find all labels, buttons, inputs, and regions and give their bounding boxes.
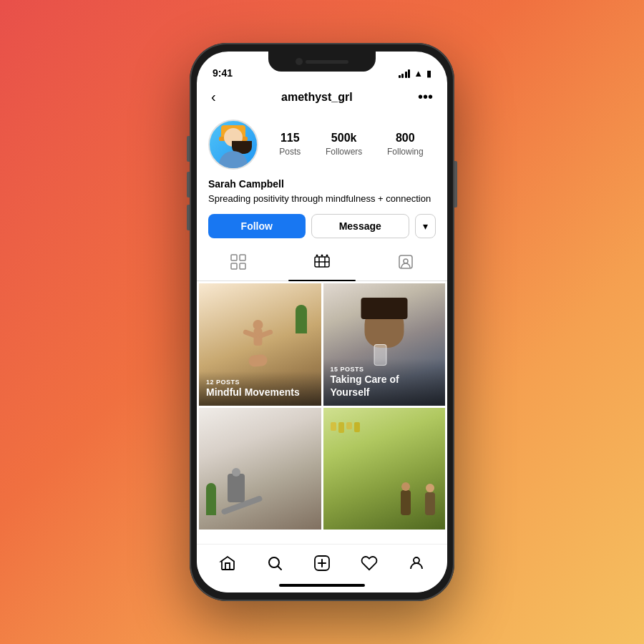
message-button[interactable]: Message: [311, 214, 410, 238]
svg-line-14: [278, 566, 282, 570]
woman-face: [361, 298, 407, 351]
likes-nav-icon[interactable]: [356, 550, 382, 580]
stat-followers-label: Followers: [326, 147, 362, 157]
profile-bio: Spreading positivity through mindfulness…: [208, 192, 436, 205]
stat-followers[interactable]: 500k Followers: [326, 132, 362, 157]
phone-shell: 9:41 ▲ ▮ ‹ amethyst_grl •••: [190, 43, 454, 601]
people-figure: [395, 469, 438, 515]
follow-button[interactable]: Follow: [208, 214, 306, 238]
username-title: amethyst_grl: [219, 91, 415, 104]
svg-rect-2: [231, 263, 237, 269]
tab-reels[interactable]: [280, 247, 364, 280]
svg-rect-3: [240, 263, 245, 269]
status-time: 9:41: [213, 67, 233, 79]
grid-item-mindful-movements[interactable]: 12 POSTS Mindful Movements: [199, 283, 321, 406]
home-indicator: [279, 584, 365, 587]
room-figure: [213, 472, 299, 508]
profile-stats: 115 Posts 500k Followers 800 Following: [267, 132, 436, 157]
svg-point-10: [326, 255, 328, 257]
mindful-count: 12 POSTS: [206, 379, 314, 386]
svg-point-9: [321, 255, 323, 257]
profile-nav-icon[interactable]: [404, 550, 429, 580]
battery-icon: ▮: [426, 69, 431, 79]
more-button[interactable]: •••: [415, 86, 436, 108]
top-nav: ‹ amethyst_grl •••: [197, 83, 447, 114]
reels-tab-icon: [314, 254, 330, 273]
stat-posts-label: Posts: [279, 147, 301, 157]
svg-point-8: [316, 255, 318, 257]
stat-followers-number: 500k: [326, 132, 362, 145]
profile-tabs: [197, 247, 447, 281]
avatar-image: [215, 125, 251, 168]
content-grid: 12 POSTS Mindful Movements 15: [197, 281, 447, 532]
taking-care-title: Taking Care of Yourself: [331, 374, 399, 398]
yoga-figure: [240, 320, 276, 366]
mindful-title: Mindful Movements: [206, 386, 300, 398]
stat-posts[interactable]: 115 Posts: [279, 132, 301, 157]
wifi-icon: ▲: [414, 68, 423, 79]
taking-care-count: 15 POSTS: [331, 366, 439, 373]
stat-following-number: 800: [387, 132, 424, 145]
back-button[interactable]: ‹: [208, 86, 219, 108]
notch-camera: [296, 58, 303, 65]
flowers: [331, 422, 366, 433]
stat-posts-number: 115: [279, 132, 301, 145]
phone-notch: [268, 52, 376, 72]
content-area: 12 POSTS Mindful Movements 15: [197, 281, 447, 544]
profile-header: 115 Posts 500k Followers 800 Following S…: [197, 114, 447, 247]
mindful-overlay: 12 POSTS Mindful Movements: [199, 371, 321, 406]
svg-point-18: [414, 557, 419, 563]
grid-item-nature[interactable]: [323, 408, 446, 530]
svg-rect-0: [231, 255, 237, 260]
phone-screen: 9:41 ▲ ▮ ‹ amethyst_grl •••: [197, 52, 447, 592]
status-icons: ▲ ▮: [399, 68, 431, 79]
stat-following[interactable]: 800 Following: [387, 132, 424, 157]
tab-tagged[interactable]: [364, 247, 447, 280]
decor-plant: [296, 305, 307, 333]
grid-item-taking-care[interactable]: 15 POSTS Taking Care of Yourself: [323, 283, 446, 406]
stretch-plant: [206, 483, 216, 515]
profile-name: Sarah Campbell: [208, 178, 436, 190]
action-buttons: Follow Message ▾: [208, 214, 436, 238]
taking-care-overlay: 15 POSTS Taking Care of Yourself: [323, 358, 446, 406]
stretch-bg: [199, 408, 321, 530]
avatar[interactable]: [208, 119, 258, 170]
signal-icon: [399, 69, 411, 78]
avatar-head: [224, 128, 243, 147]
stat-following-label: Following: [387, 147, 424, 157]
dropdown-button[interactable]: ▾: [415, 214, 436, 238]
add-nav-icon[interactable]: [309, 550, 335, 580]
tagged-tab-icon: [398, 254, 414, 273]
search-nav-icon[interactable]: [262, 550, 288, 580]
svg-rect-1: [240, 255, 245, 260]
profile-top: 115 Posts 500k Followers 800 Following: [208, 119, 436, 170]
tab-grid[interactable]: [197, 247, 280, 280]
grid-item-stretch[interactable]: [199, 408, 321, 530]
grid-tab-icon: [230, 254, 246, 273]
home-nav-icon[interactable]: [215, 550, 240, 580]
notch-speaker: [306, 60, 348, 64]
svg-point-12: [404, 259, 408, 263]
